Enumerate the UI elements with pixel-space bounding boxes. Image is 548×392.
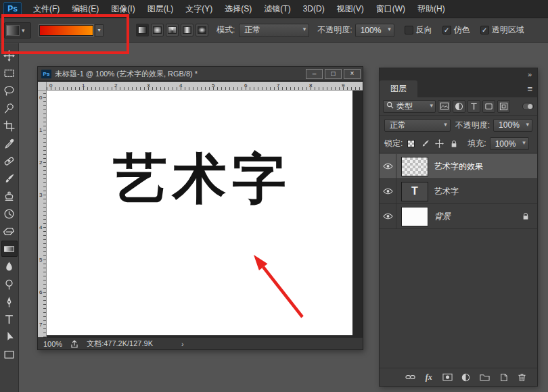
transparency-checkbox-box[interactable]: ✓ <box>480 26 489 34</box>
menu-item-edit[interactable]: 编辑(E) <box>66 0 105 18</box>
tool-pen-icon[interactable] <box>1 293 18 310</box>
layer-row-text[interactable]: T 艺术字 <box>380 179 537 204</box>
menu-bar: Ps 文件(F)编辑(E)图像(I)图层(L)文字(Y)选择(S)滤镜(T)3D… <box>0 0 548 18</box>
gradient-picker[interactable] <box>39 25 93 36</box>
menu-item-3d[interactable]: 3D(D) <box>297 0 331 18</box>
menu-items: 文件(F)编辑(E)图像(I)图层(L)文字(Y)选择(S)滤镜(T)3D(D)… <box>27 0 451 18</box>
layer-thumbnail-type[interactable]: T <box>401 182 428 201</box>
lock-position-icon[interactable] <box>434 139 444 149</box>
opacity-select[interactable]: 100% <box>355 24 394 37</box>
layer-filter-row: 类型 <box>380 97 537 116</box>
zoom-level[interactable]: 100% <box>43 340 62 348</box>
tool-preset-picker[interactable]: ▾ <box>4 22 31 39</box>
tool-dodge-icon[interactable] <box>1 276 18 292</box>
layer-name[interactable]: 背景 <box>434 211 451 222</box>
layer-fill-select[interactable]: 100% <box>490 137 529 150</box>
radial-gradient-button[interactable] <box>151 24 164 36</box>
status-chevron-icon[interactable]: › <box>181 340 184 348</box>
tool-history-brush-icon[interactable] <box>1 205 18 222</box>
filter-toggle[interactable] <box>522 103 534 110</box>
menu-item-file[interactable]: 文件(F) <box>27 0 66 18</box>
radial-gradient-icon <box>153 26 162 34</box>
tool-type-icon[interactable] <box>1 311 18 327</box>
ruler-h-number: 5 <box>212 82 214 89</box>
menu-item-select[interactable]: 选择(S) <box>219 0 258 18</box>
minimize-button[interactable]: – <box>306 69 323 79</box>
layer-name[interactable]: 艺术字的效果 <box>434 161 483 172</box>
tool-rect-marquee-icon[interactable] <box>1 65 18 81</box>
linear-gradient-button[interactable] <box>136 24 149 36</box>
layer-mask-icon[interactable] <box>441 371 453 383</box>
pixel-filter-icon[interactable] <box>438 100 451 113</box>
tool-eyedropper-icon[interactable] <box>1 135 18 151</box>
layer-style-icon[interactable]: fx <box>423 371 435 383</box>
shape-filter-icon[interactable] <box>482 100 495 113</box>
layer-row-effect[interactable]: 艺术字的效果 <box>380 154 537 179</box>
tool-crop-icon[interactable] <box>1 118 18 134</box>
tool-blur-icon[interactable] <box>1 258 18 274</box>
collapse-panels-icon[interactable]: » <box>528 70 532 78</box>
tool-eraser-icon[interactable] <box>1 223 18 239</box>
menu-item-layer[interactable]: 图层(L) <box>141 0 180 18</box>
background-lock-icon <box>522 212 529 220</box>
restore-button[interactable]: □ <box>325 69 342 79</box>
adjustment-filter-icon[interactable] <box>453 100 465 113</box>
tool-lasso-icon[interactable] <box>1 82 18 99</box>
transparency-checkbox[interactable]: ✓透明区域 <box>480 24 524 36</box>
photoshop-logo: Ps <box>3 2 22 16</box>
document-title-bar[interactable]: Ps 未标题-1 @ 100% (艺术字的效果, RGB/8) * – □ × <box>38 67 363 81</box>
menu-item-filter[interactable]: 滤镜(T) <box>258 0 296 18</box>
layer-thumbnail-background[interactable] <box>401 207 428 226</box>
menu-item-window[interactable]: 窗口(W) <box>370 0 411 18</box>
adjustment-layer-icon[interactable] <box>460 371 472 383</box>
lock-all-icon[interactable] <box>449 139 459 149</box>
reflected-gradient-button[interactable] <box>181 24 193 36</box>
visibility-toggle[interactable] <box>380 154 396 179</box>
tab-layers[interactable]: 图层 <box>380 80 417 97</box>
panel-menu-icon[interactable]: ≡ <box>527 80 532 97</box>
tool-options-bar: ▾ ▾ 模式: 正常 不透明度: 100% 反向✓仿色✓透明区域 <box>0 18 548 43</box>
new-layer-icon[interactable] <box>497 371 509 383</box>
link-layers-icon[interactable] <box>404 371 416 383</box>
close-button[interactable]: × <box>344 69 361 79</box>
layer-name[interactable]: 艺术字 <box>434 186 459 197</box>
filter-kind-select[interactable]: 类型 <box>383 100 436 113</box>
tool-path-selection-icon[interactable] <box>1 328 18 345</box>
gradient-picker-arrow[interactable]: ▾ <box>95 24 104 36</box>
lock-pixels-icon[interactable] <box>420 139 430 149</box>
layer-opacity-select[interactable]: 100% <box>493 119 532 132</box>
reverse-checkbox-box[interactable] <box>405 26 413 34</box>
smart-object-filter-icon[interactable] <box>497 100 510 113</box>
delete-layer-icon[interactable] <box>516 371 528 383</box>
menu-item-view[interactable]: 视图(V) <box>331 0 370 18</box>
reverse-checkbox[interactable]: 反向 <box>405 24 432 36</box>
diamond-gradient-button[interactable] <box>196 24 208 36</box>
canvas[interactable]: 艺术字 <box>47 91 352 335</box>
tool-clone-stamp-icon[interactable] <box>1 188 18 204</box>
tool-spot-healing-icon[interactable] <box>1 153 18 169</box>
menu-item-type[interactable]: 文字(Y) <box>179 0 219 18</box>
type-filter-icon[interactable] <box>467 100 480 113</box>
tool-brush-icon[interactable] <box>1 170 18 187</box>
tool-rectangle-icon[interactable] <box>1 346 18 362</box>
visibility-toggle[interactable] <box>380 179 396 204</box>
menu-item-help[interactable]: 帮助(H) <box>411 0 451 18</box>
blend-mode-select[interactable]: 正常 <box>239 24 309 37</box>
ruler-h-number: 8 <box>309 82 312 89</box>
layer-row-background[interactable]: 背景 <box>380 204 537 229</box>
lock-transparency-icon[interactable] <box>406 139 416 149</box>
new-group-icon[interactable] <box>479 371 491 383</box>
mode-label: 模式: <box>216 24 235 36</box>
export-icon[interactable] <box>70 340 78 348</box>
angle-gradient-button[interactable] <box>166 24 179 36</box>
layer-blend-mode-select[interactable]: 正常 <box>384 119 451 132</box>
dither-checkbox[interactable]: ✓仿色 <box>442 24 470 36</box>
tool-gradient-icon[interactable] <box>1 241 18 257</box>
tool-move-icon[interactable] <box>1 47 18 64</box>
menu-item-image[interactable]: 图像(I) <box>105 0 141 18</box>
dither-checkbox-box[interactable]: ✓ <box>442 26 451 34</box>
ruler-horizontal: 0123456789 <box>47 82 363 91</box>
visibility-toggle[interactable] <box>380 204 396 229</box>
layer-thumbnail-checker[interactable] <box>401 157 428 176</box>
tool-quick-selection-icon[interactable] <box>1 100 18 116</box>
